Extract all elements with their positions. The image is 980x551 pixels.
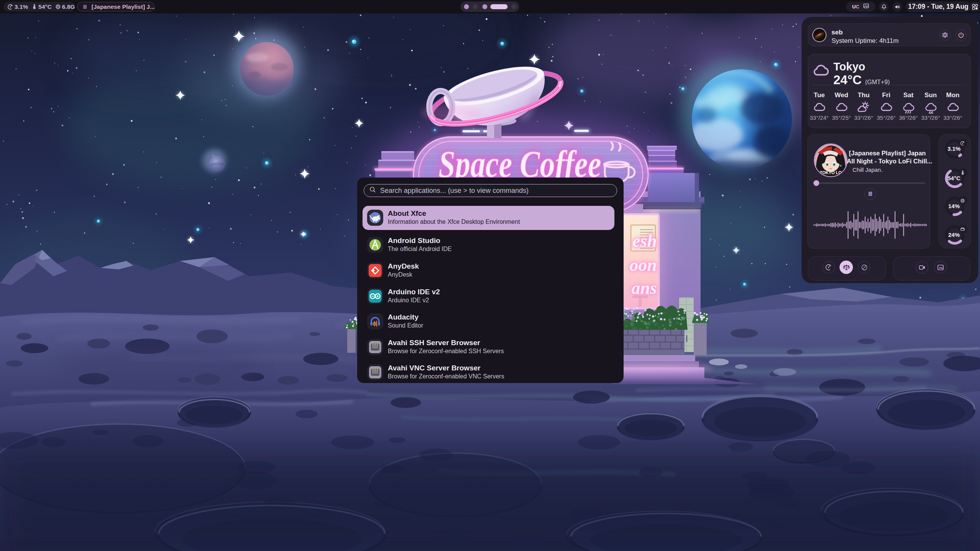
svg-text:ans: ans (632, 278, 657, 298)
svg-text:esh: esh (632, 231, 657, 251)
svg-text:TOKYO LO: TOKYO LO (820, 170, 842, 175)
svg-text:oon: oon (629, 255, 657, 275)
